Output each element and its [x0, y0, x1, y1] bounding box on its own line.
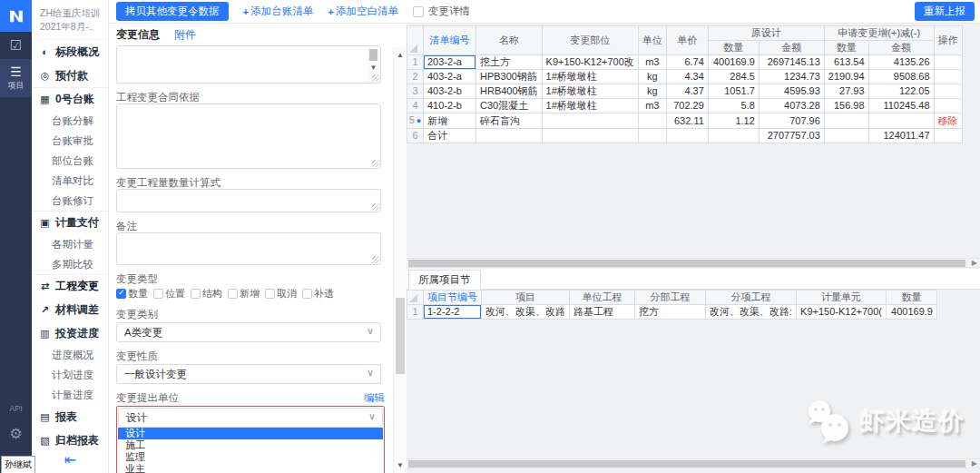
cell-orig_amt[interactable]: 4073.28 [759, 99, 824, 113]
cell-name[interactable]: HRB400钢筋 [476, 84, 543, 99]
cell-unit[interactable] [638, 113, 666, 129]
cell-1[interactable]: 改河、改渠、改路 [482, 305, 570, 320]
proposer-select[interactable]: 设计 ∨ [118, 408, 383, 428]
cell-location[interactable]: 1#桥墩墩柱 [542, 99, 638, 113]
change-type-checkbox-补遗[interactable]: 补遗 [302, 287, 334, 301]
cell-code[interactable]: 410-2-b [424, 99, 476, 113]
cell-name[interactable]: HPB300钢筋 [476, 70, 543, 84]
resize-handle[interactable] [372, 160, 379, 167]
cell-orig_amt[interactable]: 2697145.13 [759, 55, 824, 70]
cell-orig_qty[interactable]: 284.5 [708, 70, 759, 84]
sidebar-item-归档报表[interactable]: ▧归档报表 [32, 429, 108, 452]
add-ledger-list-button[interactable]: + 添加台账清单 [243, 5, 314, 18]
cell-op[interactable]: 移除 [934, 113, 962, 129]
cell-3[interactable]: 挖方 [635, 305, 706, 320]
scroll-up-icon[interactable]: ▲ [394, 51, 407, 59]
grid-corner[interactable] [407, 26, 424, 55]
cell-price[interactable]: 6.74 [666, 55, 708, 70]
tab-section-nodes[interactable]: 所属项目节 [408, 270, 481, 290]
change-type-checkbox-位置[interactable]: 位置 [153, 287, 185, 301]
add-blank-list-button[interactable]: + 添加空白清单 [328, 5, 398, 18]
resize-handle[interactable] [372, 74, 379, 82]
cell-op[interactable] [934, 129, 962, 143]
column-group-header[interactable]: 原设计 [708, 26, 824, 41]
column-header[interactable]: 分部工程 [635, 291, 706, 305]
change-type-checkbox-新增[interactable]: 新增 [228, 287, 260, 301]
app-logo-icon[interactable] [0, 0, 32, 32]
cell-req_qty[interactable]: 27.93 [824, 84, 868, 99]
sidebar-item-各期计量[interactable]: 各期计量 [32, 234, 108, 254]
cell-unit[interactable]: m3 [638, 55, 666, 70]
cell-req_qty[interactable]: 613.54 [824, 55, 868, 70]
column-header[interactable]: 变更部位 [542, 26, 638, 55]
column-header[interactable]: 名称 [476, 26, 543, 55]
cell-name[interactable] [476, 129, 543, 143]
cell-orig_amt[interactable]: 2707757.03 [759, 129, 824, 143]
cell-req_amt[interactable] [868, 113, 934, 129]
resize-handle[interactable] [372, 203, 379, 211]
grid-corner[interactable] [407, 291, 424, 305]
gear-icon[interactable]: ⚙ [0, 425, 32, 442]
sidebar-item-台账审批[interactable]: 台账审批 [32, 131, 108, 151]
change-category-select[interactable]: A类变更 ∨ [116, 322, 381, 342]
change-type-checkbox-结构[interactable]: 结构 [191, 287, 222, 301]
edit-link[interactable]: 编辑 [364, 391, 385, 405]
cell-orig_amt[interactable]: 707.96 [759, 113, 824, 129]
cell-req_qty[interactable]: 2190.94 [824, 70, 868, 84]
dropdown-option-业主[interactable]: 业主 [118, 463, 383, 473]
remark-textarea[interactable] [116, 232, 381, 265]
cell-2[interactable]: 路基工程 [570, 305, 635, 320]
row-number[interactable]: 4 [407, 99, 424, 113]
row-number[interactable]: 5● [407, 113, 424, 129]
cell-req_amt[interactable]: 9508.68 [868, 70, 934, 84]
cell-orig_amt[interactable]: 4595.93 [759, 84, 824, 99]
api-label[interactable]: API [0, 404, 32, 413]
dropdown-option-施工[interactable]: 施工 [118, 439, 383, 451]
sidebar-item-报表[interactable]: ▤报表 [32, 405, 108, 429]
cell-req_qty[interactable] [824, 113, 868, 129]
column-group-header[interactable]: 申请变更增(+)减(-) [824, 26, 934, 41]
project-title[interactable]: ZH给重庆培训 2021年8月-.. [32, 0, 108, 40]
cell-code[interactable]: 403-2-b [424, 84, 476, 99]
row-number[interactable]: 1 [407, 305, 424, 320]
quantity-calc-textarea[interactable] [116, 189, 381, 212]
cell-name[interactable]: 挖土方 [476, 55, 543, 70]
cell-unit[interactable] [638, 129, 666, 143]
tasks-icon[interactable]: ☑ [0, 32, 32, 59]
remove-link[interactable]: 移除 [938, 115, 958, 126]
change-type-checkbox-取消[interactable]: 取消 [265, 287, 297, 301]
cell-0[interactable]: 1-2-2-2 [424, 305, 482, 320]
cell-req_qty[interactable] [824, 129, 868, 143]
sidebar-item-清单对比[interactable]: 清单对比 [32, 171, 108, 191]
sidebar-item-计划进度[interactable]: 计划进度 [32, 365, 108, 385]
sidebar-item-部位台账[interactable]: 部位台账 [32, 151, 108, 171]
row-number[interactable]: 3 [407, 84, 424, 99]
horizontal-scrollbar[interactable]: ▶ [407, 258, 980, 268]
tab-attachments[interactable]: 附件 [174, 27, 196, 43]
sidebar-item-进度概况[interactable]: 进度概况 [32, 345, 108, 365]
dropdown-option-设计[interactable]: 设计 [118, 428, 383, 439]
cell-code[interactable]: 合计 [424, 129, 476, 143]
column-header[interactable]: 单位 [638, 26, 666, 55]
scroll-right-icon[interactable]: ▶ [972, 259, 977, 268]
cell-code[interactable]: 403-2-a [424, 70, 476, 84]
cell-unit[interactable]: m3 [638, 99, 666, 113]
cell-orig_amt[interactable]: 1234.73 [759, 70, 824, 84]
sidebar-item-标段概况[interactable]: ◐标段概况 [32, 40, 108, 64]
cell-6[interactable]: 400169.9 [886, 305, 936, 320]
cell-price[interactable]: 702.29 [666, 99, 708, 113]
row-number[interactable]: 2 [407, 70, 424, 84]
cell-code[interactable]: 新增 [424, 113, 476, 129]
change-nature-select[interactable]: 一般设计变更 ∨ [116, 364, 381, 384]
copy-change-data-button[interactable]: 拷贝其他变更令数据 [116, 2, 229, 21]
cell-location[interactable] [542, 129, 638, 143]
cell-orig_qty[interactable] [708, 129, 759, 143]
column-header[interactable]: 项目节编号 [424, 291, 482, 305]
cell-name[interactable]: 碎石盲沟 [476, 113, 543, 129]
scroll-right-icon[interactable]: ▶ [972, 459, 977, 468]
sidebar-item-台账分解[interactable]: 台账分解 [32, 111, 108, 131]
cell-op[interactable] [934, 55, 962, 70]
scrollbar-thumb[interactable] [396, 298, 405, 374]
column-header[interactable]: 数量 [886, 291, 936, 305]
column-header[interactable]: 数量 [708, 41, 759, 55]
